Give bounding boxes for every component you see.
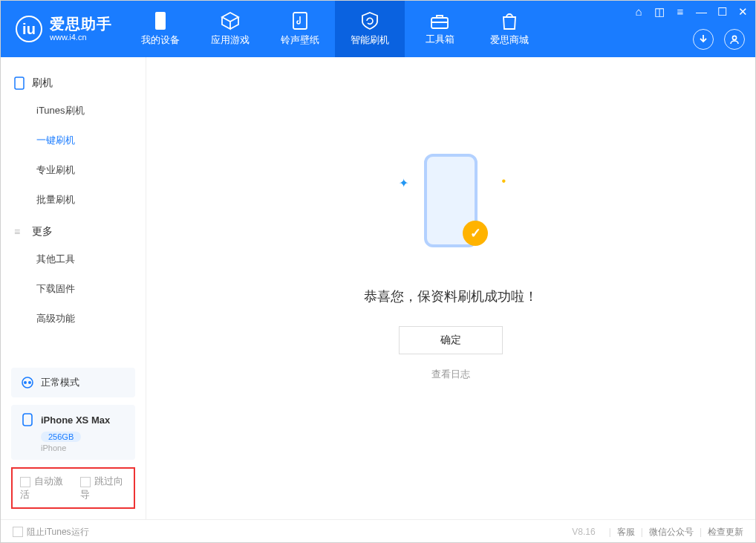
download-icon xyxy=(698,34,708,45)
sidebar-item-advanced[interactable]: 高级功能 xyxy=(1,304,146,334)
mode-card[interactable]: 正常模式 xyxy=(11,368,135,397)
device-card[interactable]: iPhone XS Max 256GB iPhone xyxy=(11,405,135,460)
main-tabs: 我的设备 应用游戏 铃声壁纸 智能刷机 工具箱 爱思商城 xyxy=(126,1,544,57)
svg-point-3 xyxy=(732,36,736,39)
list-icon: ≡ xyxy=(14,226,25,238)
version-label: V8.16 xyxy=(572,527,595,537)
tab-apps[interactable]: 应用游戏 xyxy=(195,1,265,57)
sidebar-item-oneclick[interactable]: 一键刷机 xyxy=(1,126,146,155)
sidebar-item-batch[interactable]: 批量刷机 xyxy=(1,185,146,215)
success-message: 恭喜您，保资料刷机成功啦！ xyxy=(364,287,538,305)
tab-device[interactable]: 我的设备 xyxy=(126,1,195,57)
checkbox-auto-activate[interactable]: 自动激活 xyxy=(20,475,67,501)
success-illustration: ✦ • ✓ xyxy=(391,146,510,265)
music-icon xyxy=(291,11,309,30)
refresh-shield-icon xyxy=(360,11,379,30)
device-type: iPhone xyxy=(41,443,126,452)
logo-icon: iu xyxy=(16,16,42,42)
cube-icon xyxy=(221,11,240,30)
wechat-link[interactable]: 微信公众号 xyxy=(649,526,694,539)
sidebar-item-other[interactable]: 其他工具 xyxy=(1,244,146,274)
user-button[interactable] xyxy=(724,29,745,50)
user-icon xyxy=(729,34,740,45)
svg-point-6 xyxy=(24,381,27,384)
tab-tools[interactable]: 工具箱 xyxy=(405,1,475,57)
phone-icon xyxy=(152,11,169,30)
support-link[interactable]: 客服 xyxy=(617,526,635,539)
check-badge-icon: ✓ xyxy=(463,221,488,246)
svg-rect-4 xyxy=(15,77,24,89)
sidebar-item-itunes[interactable]: iTunes刷机 xyxy=(1,96,146,126)
footer: 阻止iTunes运行 V8.16 | 客服 | 微信公众号 | 检查更新 xyxy=(1,519,755,543)
sidebar-section-flash: 刷机 xyxy=(1,71,146,96)
mode-label: 正常模式 xyxy=(41,376,79,389)
maximize-icon[interactable]: ☐ xyxy=(717,7,727,17)
storage-badge: 256GB xyxy=(41,432,81,442)
toolbox-icon xyxy=(430,12,449,30)
device-name: iPhone XS Max xyxy=(41,414,110,426)
shirt-icon[interactable]: ⌂ xyxy=(633,7,644,17)
app-title: 爱思助手 xyxy=(50,16,112,33)
tab-flash[interactable]: 智能刷机 xyxy=(335,1,405,57)
sidebar: 刷机 iTunes刷机 一键刷机 专业刷机 批量刷机 ≡ 更多 其他工具 下载固… xyxy=(1,57,146,519)
sidebar-item-firmware[interactable]: 下载固件 xyxy=(1,274,146,304)
close-icon[interactable]: ✕ xyxy=(737,7,748,17)
svg-rect-2 xyxy=(431,18,448,28)
bag-icon xyxy=(501,11,518,30)
tab-store[interactable]: 爱思商城 xyxy=(475,1,544,57)
device-icon xyxy=(20,412,35,427)
sparkle-icon: ✦ xyxy=(399,176,408,190)
header-actions xyxy=(693,29,745,50)
update-link[interactable]: 检查更新 xyxy=(708,526,743,539)
phone-small-icon xyxy=(14,77,25,90)
mode-icon xyxy=(20,375,35,390)
window-controls: ⌂ ◫ ≡ — ☐ ✕ xyxy=(633,7,748,17)
svg-point-7 xyxy=(28,381,31,384)
download-button[interactable] xyxy=(693,29,714,50)
sparkle-icon: • xyxy=(501,175,506,188)
checkbox-skip-guide[interactable]: 跳过向导 xyxy=(80,475,127,501)
checkbox-block-itunes[interactable]: 阻止iTunes运行 xyxy=(13,526,89,539)
ok-button[interactable]: 确定 xyxy=(399,326,503,354)
svg-rect-0 xyxy=(155,12,166,30)
sidebar-section-more: ≡ 更多 xyxy=(1,219,146,244)
svg-rect-8 xyxy=(23,414,32,426)
app-subtitle: www.i4.cn xyxy=(50,33,112,42)
app-header: iu 爱思助手 www.i4.cn 我的设备 应用游戏 铃声壁纸 智能刷机 工具… xyxy=(1,1,755,57)
lock-icon[interactable]: ◫ xyxy=(654,7,665,17)
main-content: ✦ • ✓ 恭喜您，保资料刷机成功啦！ 确定 查看日志 xyxy=(146,57,755,519)
view-log-link[interactable]: 查看日志 xyxy=(431,368,470,381)
tab-ring[interactable]: 铃声壁纸 xyxy=(265,1,335,57)
minimize-icon[interactable]: — xyxy=(696,7,706,17)
options-box: 自动激活 跳过向导 xyxy=(11,467,135,509)
sidebar-item-pro[interactable]: 专业刷机 xyxy=(1,155,146,185)
menu-icon[interactable]: ≡ xyxy=(675,7,685,17)
logo: iu 爱思助手 www.i4.cn xyxy=(1,16,126,42)
